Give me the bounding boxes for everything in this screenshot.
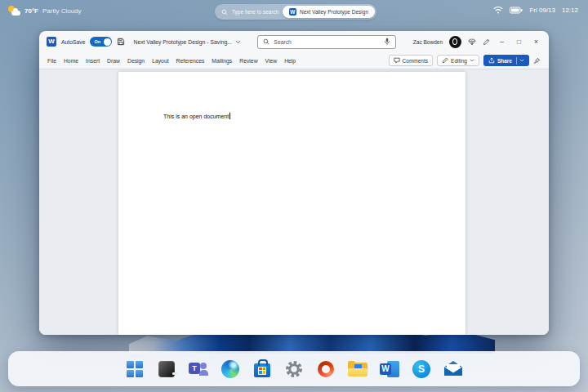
ribbon-tab[interactable]: Design [127,58,145,64]
teams-icon: T [189,360,208,377]
weather-temperature: 70°F [24,7,38,15]
running-app-label: Next Valley Prototype Design [300,9,368,15]
taskbar-icon-skype[interactable]: S [411,359,432,380]
clock-date: Fri 09/13 [529,7,555,14]
autosave-toggle[interactable]: On [90,37,112,47]
taskbar-icon-mail[interactable] [443,359,464,380]
ribbon-actions: Comments Editing Share [389,55,541,66]
ribbon-tab[interactable]: References [176,58,205,64]
wifi-icon [493,6,503,14]
title-bar: W AutoSave On Next Valley Prototype Desi… [39,31,549,52]
taskbar: T W S [8,351,580,386]
close-button[interactable]: × [531,38,541,46]
pin-ribbon-icon[interactable] [533,57,541,65]
taskbar-icon-start[interactable] [124,359,145,380]
ribbon-tab[interactable]: Review [239,58,257,64]
autosave-state: On [94,39,100,44]
weather-condition: Partly Cloudy [42,7,82,15]
terminal-icon [158,361,175,377]
avatar[interactable] [449,36,461,48]
weather-widget[interactable]: 70°F Partly Cloudy [8,6,82,16]
user-name: Zac Bowden [413,39,443,45]
editing-button[interactable]: Editing [437,55,479,66]
taskbar-icon-settings[interactable] [283,359,305,380]
comments-button[interactable]: Comments [389,55,433,66]
edge-icon [221,360,239,378]
partly-cloudy-icon [8,6,20,16]
running-app-pill[interactable]: W Next Valley Prototype Design [283,6,375,18]
document-area: This is an open document [39,69,549,335]
mail-icon [443,361,463,376]
word-window: W AutoSave On Next Valley Prototype Desi… [39,31,549,335]
text-cursor [229,113,230,119]
taskbar-icon-terminal[interactable] [156,359,177,380]
pencil-icon [442,57,448,64]
windows-logo-icon [127,361,143,377]
ribbon-tab[interactable]: Home [64,58,78,64]
word-search-box[interactable]: Search [257,35,396,49]
chevron-down-icon [235,40,241,44]
word-icon: W [380,360,399,378]
document-title: Next Valley Prototype Design - Saving... [133,39,231,45]
minimize-button[interactable]: – [497,38,507,46]
word-icon: W [289,8,296,16]
document-text: This is an open document [163,113,230,119]
system-tray[interactable]: Fri 09/13 12:12 [493,6,578,14]
title-bar-right: Zac Bowden – □ × [413,36,541,48]
skype-icon: S [412,360,430,378]
taskbar-icon-file-explorer[interactable] [347,359,368,380]
folder-icon [348,361,368,376]
ribbon-tab[interactable]: Draw [107,58,120,64]
comment-icon [394,57,400,64]
battery-icon [510,7,523,14]
ribbon-tab[interactable]: Layout [152,58,168,64]
taskbar-icon-word[interactable]: W [379,359,400,380]
ribbon-bar: FileHomeInsertDrawDesignLayoutReferences… [39,52,549,69]
ribbon-tab[interactable]: Insert [86,58,100,64]
pen-icon[interactable] [483,38,490,46]
share-label: Share [497,58,512,64]
microphone-icon[interactable] [384,38,390,46]
taskbar-icon-teams[interactable]: T [188,359,209,380]
office-icon [318,361,334,377]
chevron-down-icon [470,59,474,62]
toggle-knob [104,38,111,46]
maximize-button[interactable]: □ [514,38,524,46]
autosave-label: AutoSave [61,39,85,45]
ribbon-tab[interactable]: View [265,58,278,64]
save-icon[interactable] [117,38,125,46]
document-page[interactable]: This is an open document [118,72,466,335]
taskbar-search-box[interactable]: Type here to search W Next Valley Protot… [215,4,376,20]
document-title-menu[interactable]: Next Valley Prototype Design - Saving... [133,39,240,45]
word-app-icon[interactable]: W [47,37,56,47]
top-bar: 70°F Partly Cloudy Type here to search W… [0,0,588,23]
gear-icon [285,360,303,378]
share-button[interactable]: Share [483,55,529,66]
clock-time: 12:12 [562,7,578,14]
search-icon [263,38,270,45]
taskbar-icon-edge[interactable] [220,359,241,380]
search-icon [221,9,228,16]
ribbon-tab[interactable]: Mailings [212,58,232,64]
title-bar-center: Search [246,35,408,49]
store-icon [254,363,270,377]
ribbon-tab[interactable]: File [47,58,56,64]
diamond-icon[interactable] [468,38,476,46]
share-icon [488,57,495,64]
word-search-placeholder: Search [274,39,380,45]
search-placeholder: Type here to search [232,9,278,15]
desktop: 70°F Partly Cloudy Type here to search W… [0,0,588,392]
comments-label: Comments [403,58,428,64]
ribbon-tab[interactable]: Help [284,58,296,64]
share-separator [516,57,517,65]
taskbar-icon-store[interactable] [252,359,273,380]
ribbon-tabs: FileHomeInsertDrawDesignLayoutReferences… [47,58,296,64]
taskbar-icon-office[interactable] [315,359,336,380]
editing-label: Editing [451,58,467,64]
chevron-down-icon [519,59,524,62]
